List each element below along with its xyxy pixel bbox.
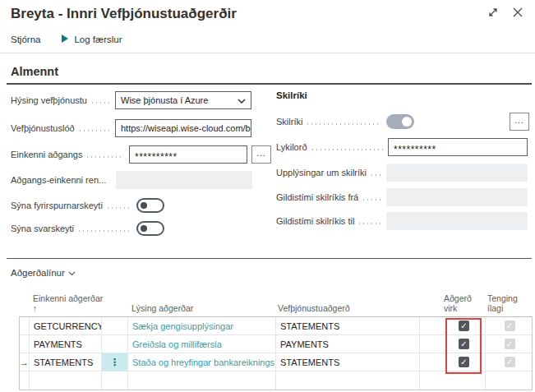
chevron-down-icon <box>68 268 76 278</box>
column-header-description[interactable]: Lýsing aðgerðar <box>127 303 275 313</box>
hosting-select-value: Wise þjónusta í Azure <box>121 95 208 105</box>
dotted-leader <box>312 149 384 150</box>
cell-operation[interactable] <box>276 371 420 390</box>
cell-active <box>420 335 486 353</box>
show-request-toggle[interactable] <box>136 198 164 213</box>
field-label-certificate: Skilríki <box>276 117 302 127</box>
more-vertical-icon: ⋮ <box>110 357 120 368</box>
row-selector-cell[interactable] <box>20 335 30 353</box>
connection-checkbox <box>505 357 515 367</box>
cell-description-link[interactable]: Sækja gengisupplýsingar <box>128 317 276 334</box>
access-token-assist-button[interactable]: ... <box>251 145 271 164</box>
cell-options[interactable] <box>102 335 128 353</box>
toggle-knob <box>402 117 412 127</box>
cell-active[interactable] <box>420 371 486 390</box>
cell-operation[interactable]: STATEMENTS <box>276 317 420 334</box>
cell-description-link[interactable]: Staða og hreyfingar bankareiknings <box>128 353 276 371</box>
cell-options[interactable] <box>102 371 128 390</box>
field-label-hysing: Hýsing vefþjónustu <box>11 95 87 105</box>
actions-table: Einkenni aðgerðar ↑ Lýsing aðgerðar Vefþ… <box>19 288 533 390</box>
edit-dialog: Breyta - Innri Vefþjónustuaðgerðir Stjór… <box>0 0 535 392</box>
toggle-knob <box>141 202 147 209</box>
cell-active <box>420 317 486 334</box>
dotted-leader <box>80 130 110 131</box>
section-divider <box>7 83 532 85</box>
table-row: PAYMENTS Greiðsla og millifærsla PAYMENT… <box>20 335 532 353</box>
table-row: GETCURRENCY Sækja gengisupplýsingar STAT… <box>20 317 532 335</box>
section-divider <box>7 258 532 259</box>
row-selector-cell[interactable] <box>20 371 30 390</box>
certificate-assist-button[interactable]: ... <box>510 113 529 131</box>
field-label-cert-valid-from: Gildistími skilríkis frá <box>276 192 358 202</box>
active-checkbox[interactable] <box>459 321 469 331</box>
cell-description[interactable] <box>128 371 276 390</box>
cell-id[interactable]: PAYMENTS <box>30 335 102 353</box>
menubar: Stjórna Log færslur <box>11 35 122 44</box>
lines-section-toggle[interactable]: Aðgerðalínur <box>11 268 76 278</box>
dotted-leader <box>359 223 381 224</box>
field-label-cert-valid-to: Gildistími skilríkis til <box>276 216 354 226</box>
column-header-operation[interactable]: Vefþjónustuaðgerð <box>275 303 419 313</box>
cell-id[interactable] <box>30 371 102 390</box>
field-label-access-token: Einkenni aðgangs <box>11 150 82 159</box>
column-header-id[interactable]: Einkenni aðgerðar ↑ <box>29 293 101 313</box>
cell-operation[interactable]: PAYMENTS <box>276 335 420 353</box>
resize-diagonal-icon[interactable] <box>487 7 499 18</box>
hosting-select[interactable]: Wise þjónusta í Azure <box>115 91 251 109</box>
menu-item-label: Stjórna <box>11 35 40 44</box>
table-row-selected: → STATEMENTS ⋮ Staða og hreyfingar banka… <box>20 353 532 371</box>
lines-section-label: Aðgerðalínur <box>11 268 65 278</box>
certificate-toggle[interactable] <box>386 114 414 129</box>
menu-item-log-faerslur[interactable]: Log færslur <box>62 35 122 44</box>
cell-connection <box>486 371 533 390</box>
service-url-input[interactable]: https://wiseapi.wise-cloud.com/bcv <box>115 119 251 137</box>
cert-info-field <box>386 164 528 182</box>
password-input[interactable]: ********** <box>388 138 528 156</box>
field-label-password: Lykilorð <box>276 142 307 152</box>
close-icon[interactable] <box>512 7 523 18</box>
active-checkbox[interactable] <box>459 357 469 367</box>
group-title-skilriki: Skilríki <box>276 90 307 100</box>
cell-id[interactable]: GETCURRENCY <box>30 317 102 334</box>
field-label-show-request: Sýna fyrirspurnarskeyti <box>11 201 103 210</box>
dotted-leader <box>92 102 110 104</box>
column-header-active[interactable]: Aðgerð virk <box>419 293 485 313</box>
cert-valid-from-field <box>386 188 528 206</box>
menubar-divider <box>0 53 535 53</box>
selected-row-arrow-icon: → <box>20 357 29 367</box>
cell-operation[interactable]: STATEMENTS <box>276 353 420 371</box>
connection-checkbox <box>505 321 515 331</box>
active-checkbox[interactable] <box>459 339 469 349</box>
cell-connection <box>486 353 533 371</box>
section-title-almennt: Almennt <box>11 65 58 78</box>
play-icon <box>62 35 69 44</box>
table-body: GETCURRENCY Sækja gengisupplýsingar STAT… <box>19 316 533 390</box>
cell-description-link[interactable]: Greiðsla og millifærsla <box>128 335 276 353</box>
chevron-down-icon <box>238 95 246 105</box>
connection-checkbox <box>505 339 515 349</box>
dotted-leader <box>87 156 124 158</box>
dotted-leader <box>371 174 381 176</box>
row-selector-cell[interactable] <box>20 317 30 334</box>
sort-ascending-icon: ↑ <box>33 303 37 313</box>
show-response-toggle[interactable] <box>136 221 164 236</box>
cell-connection <box>486 317 533 334</box>
cell-id[interactable]: STATEMENTS <box>30 353 102 371</box>
menu-item-label: Log færslur <box>74 35 122 44</box>
column-header-connection[interactable]: Tenging ílagi <box>485 293 533 313</box>
row-options-button[interactable]: ⋮ <box>102 353 128 371</box>
menu-item-stjorna[interactable]: Stjórna <box>11 35 40 44</box>
dotted-leader <box>79 230 131 232</box>
field-label-cert-info: Upplýsingar um skilríki <box>276 168 367 178</box>
cell-connection <box>486 335 533 353</box>
field-label-show-response: Sýna svarskeyti <box>11 224 74 233</box>
cell-options[interactable] <box>102 317 128 334</box>
table-header-row: Einkenni aðgerðar ↑ Lýsing aðgerðar Vefþ… <box>19 288 533 316</box>
cert-valid-to-field <box>386 212 528 230</box>
field-label-url: Vefþjónustuslóð <box>11 123 75 133</box>
access-token-input[interactable]: ********** <box>129 145 247 164</box>
cell-active <box>420 353 486 371</box>
row-selector-cell: → <box>20 353 30 371</box>
toggle-knob <box>141 225 147 232</box>
page-title: Breyta - Innri Vefþjónustuaðgerðir <box>11 6 237 22</box>
